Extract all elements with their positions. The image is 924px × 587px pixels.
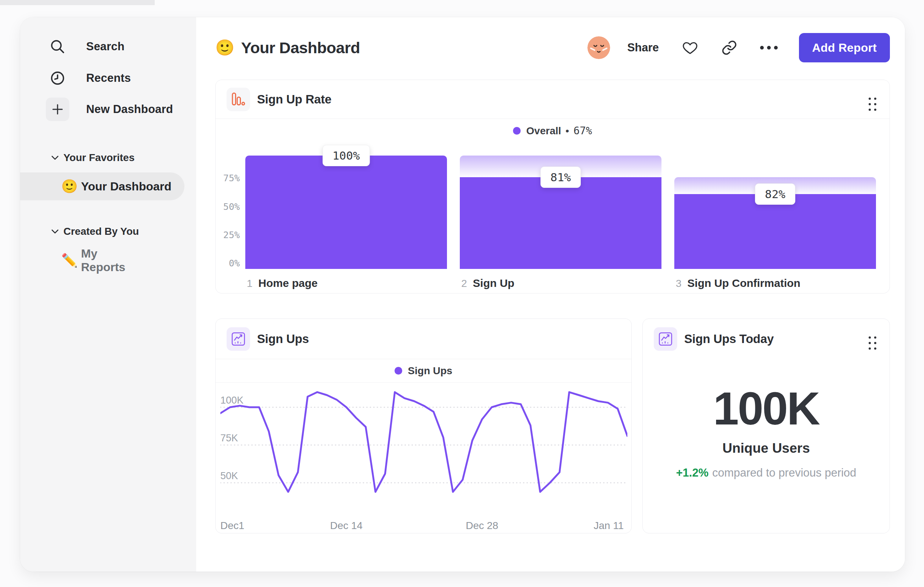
sign-ups-card: Sign Ups Sign Ups 100K75K50K Dec1Dec 14D… (215, 318, 632, 533)
line-x-tick: Dec 28 (466, 520, 498, 532)
line-plot: 100K75K50K (220, 383, 627, 515)
funnel-step-tooltip: 82% (755, 184, 795, 205)
funnel-y-tick: 0% (229, 258, 240, 269)
plus-icon (46, 98, 69, 121)
sidebar-item-recents[interactable]: Recents (20, 62, 196, 94)
card-title: Sign Ups Today (684, 332, 774, 346)
funnel-step-tooltip: 81% (540, 167, 581, 188)
funnel-y-tick: 75% (223, 173, 240, 184)
metric-delta-row: +1.2%compared to previous period (643, 466, 889, 480)
sign-up-rate-card: Sign Up Rate Overall • 67% 75%50%25%0%10… (215, 79, 890, 293)
sidebar-item-label: Your Dashboard (81, 180, 172, 193)
line-y-tick: 100K (220, 395, 243, 406)
line-x-tick: Jan 11 (594, 520, 624, 532)
funnel-step-label: Sign Up Confirmation (688, 277, 800, 289)
sidebar-item-label: Search (86, 40, 125, 53)
sidebar: Search Recents New Dashboard Your Favori (20, 17, 196, 572)
line-chart-icon (654, 327, 677, 351)
funnel-step-label: Home page (259, 277, 318, 289)
legend-label: Sign Ups (408, 365, 452, 377)
section-label: Your Favorites (63, 152, 135, 164)
page-title: Your Dashboard (241, 39, 360, 57)
desktop-edge-strip (0, 0, 155, 5)
sidebar-item-label: New Dashboard (86, 103, 173, 116)
dashboard-emoji-icon: 🙂 (215, 40, 234, 55)
search-icon (46, 35, 69, 58)
page-header: 🙂 Your Dashboard Share (215, 32, 890, 63)
funnel-step-number: 1 (247, 278, 252, 289)
line-y-tick: 75K (220, 433, 238, 444)
line-chart-icon (227, 327, 250, 351)
add-report-button[interactable]: Add Report (799, 33, 890, 62)
section-your-favorites[interactable]: Your Favorites (20, 147, 196, 168)
line-x-tick: Dec1 (220, 520, 244, 532)
app-window: Search Recents New Dashboard Your Favori (20, 17, 905, 572)
line-legend: Sign Ups (216, 359, 631, 383)
sign-ups-today-card: Sign Ups Today 100K Unique Users +1.2%co… (642, 318, 890, 533)
sidebar-item-new-dashboard[interactable]: New Dashboard (20, 93, 196, 126)
copy-link-icon[interactable] (721, 40, 738, 56)
sidebar-item-label: Recents (86, 71, 131, 85)
funnel-step-number: 2 (461, 278, 467, 289)
drag-handle-icon[interactable] (869, 336, 876, 350)
funnel-bar-home-page[interactable] (245, 155, 447, 269)
main-content: 🙂 Your Dashboard Share (196, 17, 905, 572)
metric-subtitle: Unique Users (643, 441, 889, 456)
delta-note: compared to previous period (712, 466, 856, 479)
dashboard-emoji-icon: 🙂 (61, 180, 78, 193)
section-created-by-you[interactable]: Created By You (20, 221, 196, 242)
funnel-step-tooltip: 100% (323, 145, 370, 166)
funnel-plot: 75%50%25%0%100%1Home page81%2Sign Up82%3… (216, 80, 889, 293)
card-title: Sign Ups (257, 332, 309, 346)
funnel-y-tick: 50% (223, 201, 240, 212)
avatar[interactable] (587, 36, 610, 59)
line-x-tick: Dec 14 (330, 520, 363, 532)
line-y-tick: 50K (220, 470, 238, 482)
sidebar-item-your-dashboard[interactable]: 🙂 Your Dashboard (20, 172, 185, 200)
sidebar-item-search[interactable]: Search (20, 30, 196, 63)
legend-dot (394, 367, 402, 375)
metric-value: 100K (643, 382, 889, 435)
clock-icon (46, 66, 69, 90)
funnel-step-number: 3 (676, 278, 681, 289)
sign-ups-line-chart[interactable] (220, 383, 627, 515)
chevron-down-icon (51, 155, 59, 160)
delta-value: +1.2% (676, 466, 709, 479)
chevron-down-icon (51, 229, 59, 234)
funnel-y-tick: 25% (223, 229, 240, 240)
more-options-icon[interactable] (760, 46, 778, 50)
funnel-step-label: Sign Up (473, 277, 515, 289)
pencil-emoji-icon: ✏️ (61, 254, 78, 267)
share-button[interactable]: Share (627, 41, 659, 54)
favorite-heart-icon[interactable] (681, 40, 698, 56)
sidebar-item-label: My Reports (81, 247, 125, 274)
section-label: Created By You (63, 226, 139, 237)
